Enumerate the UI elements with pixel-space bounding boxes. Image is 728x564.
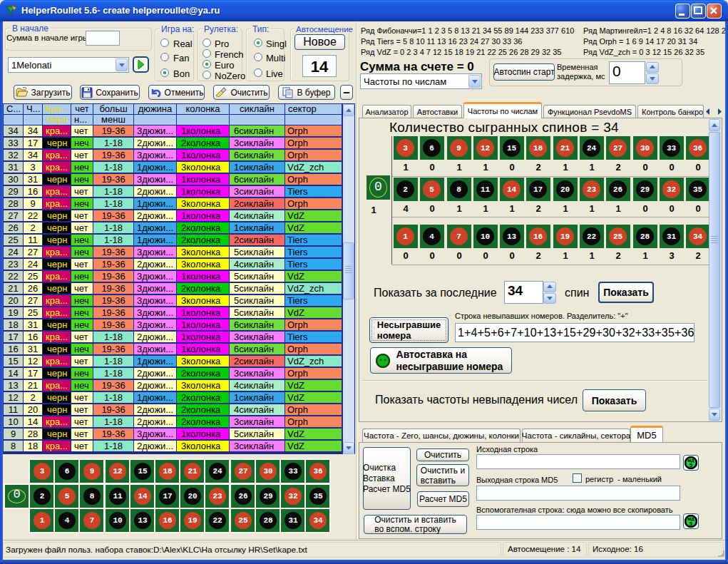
svg-text:5: 5 bbox=[689, 463, 692, 468]
svg-text:5: 5 bbox=[689, 521, 692, 526]
